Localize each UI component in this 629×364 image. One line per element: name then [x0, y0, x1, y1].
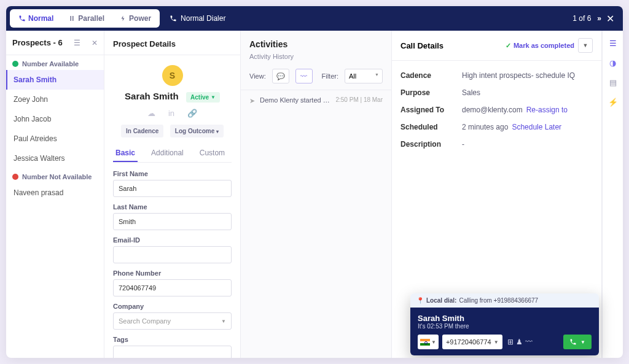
- pulse-icon[interactable]: 〰: [525, 338, 533, 346]
- schedule-later-link[interactable]: Schedule Later: [512, 123, 561, 131]
- send-icon: ➤: [249, 97, 255, 105]
- call-details-title: Call Details: [400, 41, 443, 50]
- prospect-name: Sarah Smith: [125, 91, 179, 101]
- collapse-icon[interactable]: ✕: [92, 39, 98, 47]
- dialer-name: Sarah Smith: [418, 314, 592, 323]
- email-input[interactable]: [113, 246, 232, 263]
- dialer-widget: 📍 Local dial: Calling from +919884366677…: [410, 293, 599, 355]
- rail-note-icon[interactable]: ▤: [607, 76, 619, 88]
- number-not-available-header: Number Not Available: [6, 168, 104, 183]
- tags-label: Tags: [113, 336, 232, 343]
- tab-basic[interactable]: Basic: [113, 145, 138, 162]
- status-dot-green: [12, 61, 18, 67]
- mark-completed-dropdown[interactable]: ▼: [578, 38, 593, 53]
- activity-time: 2:50 PM | 18 Mar: [335, 96, 383, 103]
- last-name-label: Last Name: [113, 203, 232, 211]
- tab-custom[interactable]: Custom: [197, 145, 227, 162]
- phone-input[interactable]: [113, 279, 232, 296]
- tab-power-label: Power: [129, 14, 151, 23]
- prospect-item[interactable]: Naveen prasad: [6, 183, 104, 203]
- stack-icon[interactable]: ☰: [74, 39, 80, 47]
- first-name-label: First Name: [113, 170, 232, 177]
- flag-india-icon: [420, 339, 430, 346]
- details-title: Prospect Details: [104, 31, 240, 55]
- dialer-mode-label: Normal Dialer: [170, 14, 225, 23]
- first-name-input[interactable]: [113, 180, 232, 197]
- phone-icon: [18, 15, 26, 22]
- call-details-panel: Call Details ✓Mark as completed ▼ Cadenc…: [392, 31, 602, 358]
- tab-parallel-label: Parallel: [78, 14, 104, 23]
- filter-select[interactable]: All: [345, 69, 383, 83]
- company-label: Company: [113, 303, 232, 310]
- bolt-icon: [119, 15, 127, 22]
- rail-bolt-icon[interactable]: ⚡: [607, 96, 619, 108]
- company-select[interactable]: Search Company▼: [113, 312, 232, 330]
- prospects-panel: Prospects - 6 ☰ ✕ Number Available Sarah…: [6, 31, 104, 358]
- keypad-icon[interactable]: ⊞: [507, 338, 514, 346]
- tags-input[interactable]: [113, 346, 232, 358]
- activities-subtitle: Activity History: [241, 53, 391, 65]
- prospect-item[interactable]: Jessica Walters: [6, 149, 104, 168]
- avatar: S: [162, 65, 183, 86]
- activities-panel: Activities Activity History View: 💬 〰 Fi…: [241, 31, 392, 358]
- view-label: View:: [249, 72, 266, 80]
- tab-additional[interactable]: Additional: [149, 145, 186, 162]
- phone-label: Phone Number: [113, 269, 232, 277]
- activity-item[interactable]: ➤ Demo Klenty started Sarah Smit... 2:50…: [241, 90, 391, 111]
- mark-completed-button[interactable]: ✓Mark as completed: [506, 42, 574, 50]
- local-dial-bar: 📍 Local dial: Calling from +919884366677: [410, 293, 599, 308]
- tab-normal-label: Normal: [28, 14, 53, 23]
- rail-clock-icon[interactable]: ◑: [607, 56, 619, 69]
- prospect-item[interactable]: Sarah Smith: [6, 70, 104, 90]
- in-cadence-badge[interactable]: In Cadence: [121, 125, 163, 137]
- mode-tabs: Normal Parallel Power: [10, 9, 160, 28]
- next-icon[interactable]: »: [597, 14, 600, 23]
- email-label: Email-ID: [113, 236, 232, 244]
- link-icon[interactable]: 🔗: [187, 109, 197, 118]
- cloud-icon[interactable]: ☁: [147, 109, 155, 118]
- activities-title: Activities: [241, 31, 391, 53]
- activity-text: Demo Klenty started Sarah Smit...: [260, 96, 330, 104]
- prospect-details-panel: Prospect Details S Sarah Smith Active▼ ☁…: [104, 31, 241, 358]
- view-pulse-icon[interactable]: 〰: [295, 69, 313, 83]
- last-name-input[interactable]: [113, 213, 232, 230]
- number-select[interactable]: +91720406774▼: [442, 335, 502, 349]
- close-icon[interactable]: ✕: [606, 13, 614, 25]
- log-outcome-button[interactable]: Log Outcome ▾: [170, 125, 224, 137]
- user-icon[interactable]: ♟: [516, 338, 523, 346]
- prospect-item[interactable]: John Jacob: [6, 109, 104, 129]
- prospect-item[interactable]: Paul Atreides: [6, 129, 104, 149]
- dialer-time: It's 02:53 PM there: [418, 323, 592, 330]
- call-button[interactable]: ▼: [563, 335, 592, 349]
- phone-icon: [170, 15, 177, 22]
- tab-normal[interactable]: Normal: [11, 10, 61, 26]
- prospects-title: Prospects - 6: [12, 38, 63, 47]
- view-chat-icon[interactable]: 💬: [272, 69, 289, 83]
- tab-power[interactable]: Power: [112, 10, 158, 26]
- prospect-item[interactable]: Zoey John: [6, 90, 104, 109]
- reassign-link[interactable]: Re-assign to: [526, 106, 568, 114]
- tab-parallel[interactable]: Parallel: [61, 10, 112, 26]
- status-dot-red: [12, 174, 18, 180]
- country-select[interactable]: ▼: [418, 335, 439, 349]
- phone-icon: [569, 338, 577, 346]
- linkedin-icon[interactable]: in: [168, 109, 174, 118]
- topbar: Normal Parallel Power Normal Dialer 1 of…: [6, 6, 623, 31]
- pin-icon: 📍: [416, 297, 424, 304]
- right-rail: ☰ ◑ ▤ ⚡: [602, 31, 623, 358]
- page-counter: 1 of 6: [572, 14, 591, 23]
- number-available-header: Number Available: [6, 55, 104, 70]
- parallel-icon: [68, 15, 76, 22]
- filter-label: Filter:: [322, 72, 339, 80]
- status-badge[interactable]: Active▼: [186, 92, 220, 103]
- rail-list-icon[interactable]: ☰: [607, 37, 619, 49]
